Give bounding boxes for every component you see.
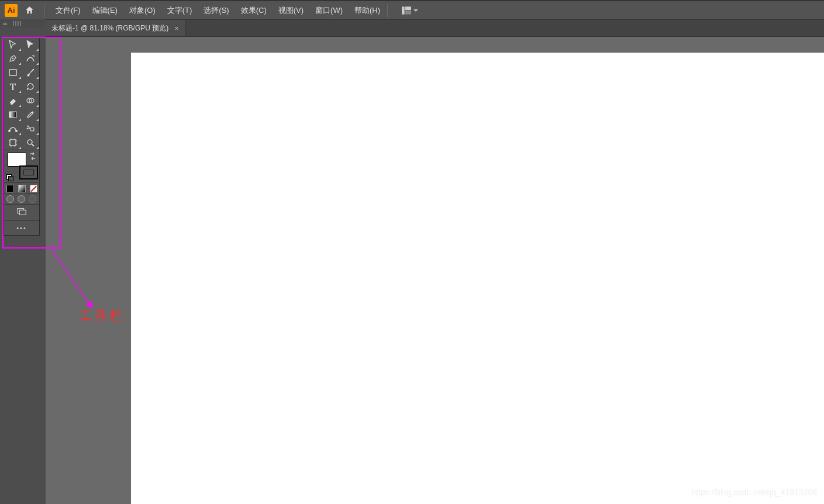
svg-rect-0 (402, 6, 405, 14)
eyedropper-tool[interactable] (22, 108, 39, 122)
canvas-area[interactable] (46, 37, 824, 504)
collapse-chevron-icon: « (2, 20, 8, 27)
panel-collapse-bar[interactable]: « (0, 19, 46, 27)
svg-rect-14 (10, 140, 16, 146)
svg-rect-4 (9, 70, 16, 75)
chevron-down-icon (413, 9, 418, 14)
separator (44, 4, 45, 17)
menu-help[interactable]: 帮助(H) (349, 1, 386, 20)
pen-tool[interactable] (4, 51, 22, 65)
screen-mode-button[interactable] (4, 204, 39, 220)
swap-fill-stroke-icon[interactable] (29, 152, 37, 160)
color-mode-solid[interactable] (4, 183, 16, 194)
artboard-tool[interactable] (4, 136, 22, 150)
edit-toolbar-button[interactable]: ••• (4, 220, 39, 235)
svg-rect-17 (19, 210, 26, 215)
ellipsis-icon: ••• (16, 225, 27, 232)
menu-view[interactable]: 视图(V) (273, 1, 309, 20)
document-tab-title: 未标题-1 @ 81.18% (RGB/GPU 预览) (51, 23, 168, 33)
tool-grid (4, 37, 39, 150)
screen-mode-icon (16, 208, 27, 218)
rotate-tool[interactable] (22, 80, 39, 94)
home-icon[interactable] (23, 5, 35, 16)
artboard[interactable] (131, 53, 824, 504)
document-tab[interactable]: 未标题-1 @ 81.18% (RGB/GPU 预览) × (46, 20, 185, 36)
curvature-tool[interactable] (22, 51, 39, 65)
panel-grip-icon (13, 21, 21, 26)
color-mode-gradient[interactable] (16, 183, 27, 194)
rectangle-tool[interactable] (4, 65, 22, 80)
menu-object[interactable]: 对象(O) (123, 1, 161, 20)
default-fill-stroke-icon[interactable] (6, 174, 13, 181)
document-tab-bar: 未标题-1 @ 81.18% (RGB/GPU 预览) × (46, 19, 824, 37)
draw-inside-icon[interactable] (29, 195, 36, 203)
fill-swatch[interactable] (8, 153, 26, 167)
eraser-tool[interactable] (4, 94, 22, 108)
svg-point-11 (27, 126, 29, 127)
menu-window[interactable]: 窗口(W) (309, 1, 349, 20)
menu-effect[interactable]: 效果(C) (235, 1, 273, 20)
menu-file[interactable]: 文件(F) (50, 1, 87, 20)
color-mode-none[interactable] (27, 183, 39, 194)
menu-type[interactable]: 文字(T) (161, 1, 198, 20)
fill-stroke-control[interactable] (4, 150, 39, 182)
svg-point-9 (16, 130, 18, 132)
menu-edit[interactable]: 编辑(E) (87, 1, 123, 20)
watermark: https://blog.csdn.net/qq_41813208 (691, 488, 817, 497)
svg-rect-7 (9, 112, 16, 118)
draw-behind-icon[interactable] (18, 195, 25, 203)
separator (387, 4, 388, 17)
toolbar: ••• (4, 37, 40, 236)
svg-point-15 (27, 140, 32, 144)
stroke-swatch[interactable] (19, 165, 38, 179)
blend-tool[interactable] (4, 122, 22, 136)
close-icon[interactable]: × (174, 24, 179, 33)
svg-point-13 (27, 128, 28, 129)
zoom-tool[interactable] (22, 136, 39, 150)
selection-tool[interactable] (4, 37, 22, 51)
svg-rect-2 (405, 11, 411, 14)
svg-point-3 (12, 58, 13, 59)
annotation-label: 工具栏 (79, 307, 125, 325)
draw-mode-row (4, 194, 39, 204)
svg-rect-1 (405, 6, 411, 10)
direct-selection-tool[interactable] (22, 37, 39, 51)
type-tool[interactable] (4, 80, 22, 94)
gradient-tool[interactable] (4, 108, 22, 122)
app-logo: Ai (5, 4, 18, 17)
menu-bar: Ai 文件(F) 编辑(E) 对象(O) 文字(T) 选择(S) 效果(C) 视… (0, 0, 824, 19)
shape-builder-tool[interactable] (22, 94, 39, 108)
symbol-sprayer-tool[interactable] (22, 122, 39, 136)
workspace-switcher[interactable] (402, 6, 418, 15)
paintbrush-tool[interactable] (22, 65, 39, 80)
svg-point-8 (9, 130, 11, 132)
color-mode-row (4, 182, 39, 194)
menu-select[interactable]: 选择(S) (198, 1, 235, 20)
draw-normal-icon[interactable] (6, 195, 14, 203)
svg-rect-10 (30, 127, 34, 131)
svg-point-12 (29, 127, 30, 129)
